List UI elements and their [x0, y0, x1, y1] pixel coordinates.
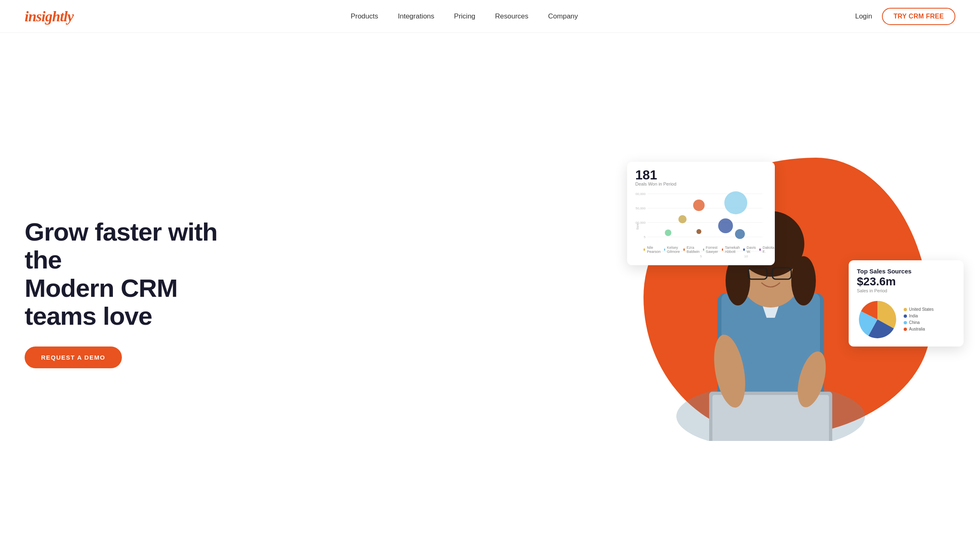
logo[interactable]: insightly: [25, 8, 73, 25]
legend-dot-india: [904, 314, 907, 318]
svg-point-7: [791, 256, 816, 305]
svg-text:$200,000: $200,000: [635, 192, 646, 196]
nav-item-company[interactable]: Company: [548, 12, 578, 20]
svg-text:$150,000: $150,000: [635, 207, 646, 210]
bubble-chart-card: 181 Deals Won in Period $200,000 $150,00…: [627, 162, 775, 265]
person-item: Davis W.: [743, 246, 757, 254]
person-item: Ezra Baldwin: [683, 246, 701, 254]
person-item: Forrest Sawyer: [703, 246, 719, 254]
person-item: Nile Pearson: [643, 246, 662, 254]
sales-card-title: Top Sales Sources: [857, 268, 955, 275]
legend-item-us: United States: [904, 307, 934, 312]
request-demo-button[interactable]: REQUEST A DEMO: [25, 347, 122, 368]
login-link[interactable]: Login: [855, 12, 872, 21]
hero-heading: Grow faster with the Modern CRM teams lo…: [25, 218, 246, 330]
deals-won-label: Deals Won in Period: [635, 181, 767, 186]
deals-won-number: 181: [635, 168, 767, 181]
svg-text:10: 10: [744, 255, 748, 258]
bubble-chart: $200,000 $150,000 $100,000 5 5 10 Size D…: [635, 190, 767, 259]
try-crm-button[interactable]: TRY CRM FREE: [882, 8, 955, 25]
pie-legend: United States India China Australia: [904, 307, 934, 331]
svg-text:Size: Size: [636, 223, 639, 230]
nav-item-resources[interactable]: Resources: [495, 12, 528, 20]
person-item: Dakota F.: [759, 246, 775, 254]
navbar: insightly Products Integrations Pricing …: [0, 0, 980, 33]
legend-item-australia: Australia: [904, 327, 934, 331]
legend-item-china: China: [904, 320, 934, 325]
nav-item-pricing[interactable]: Pricing: [454, 12, 475, 20]
svg-point-29: [724, 191, 747, 214]
svg-point-33: [678, 215, 687, 223]
nav-item-products[interactable]: Products: [350, 12, 378, 20]
svg-point-30: [718, 218, 733, 233]
hero-section: Grow faster with the Modern CRM teams lo…: [0, 33, 980, 537]
svg-point-35: [696, 229, 701, 234]
hero-left: Grow faster with the Modern CRM teams lo…: [25, 218, 246, 368]
people-list: Nile Pearson Kelsey Gilmore Ezra Baldwin…: [643, 246, 758, 254]
sales-subtitle: Sales in Period: [857, 288, 955, 293]
nav-links: Products Integrations Pricing Resources …: [350, 12, 578, 21]
legend-dot-us: [904, 308, 907, 311]
pie-container: United States India China Australia: [857, 299, 955, 340]
person-item: Tamekah Abbott: [722, 246, 741, 254]
svg-text:5: 5: [700, 255, 702, 258]
svg-point-34: [665, 229, 671, 236]
svg-text:5: 5: [644, 235, 646, 239]
legend-dot-australia: [904, 328, 907, 331]
svg-point-32: [693, 200, 705, 211]
hero-right: 181 Deals Won in Period $200,000 $150,00…: [619, 145, 955, 441]
sales-sources-card: Top Sales Sources $23.6m Sales in Period: [849, 260, 964, 347]
legend-item-india: India: [904, 314, 934, 318]
svg-point-31: [735, 229, 745, 239]
nav-right: Login TRY CRM FREE: [855, 8, 955, 25]
legend-dot-china: [904, 321, 907, 324]
pie-chart: [857, 299, 898, 340]
sales-amount: $23.6m: [857, 275, 955, 288]
person-item: Kelsey Gilmore: [664, 246, 681, 254]
nav-item-integrations[interactable]: Integrations: [398, 12, 434, 20]
